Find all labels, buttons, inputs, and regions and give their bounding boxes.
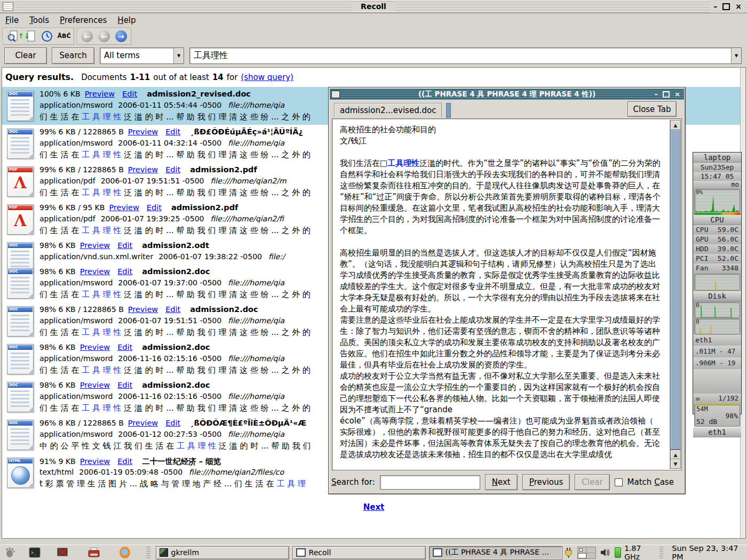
- print-typewriter-icon[interactable]: [88, 546, 100, 559]
- main-titlebar[interactable]: Recoll – ×: [0, 0, 747, 13]
- chevron-down-icon[interactable]: ▼: [731, 48, 741, 63]
- task-button[interactable]: gkrellm: [156, 546, 289, 559]
- preview-link[interactable]: Preview: [80, 267, 110, 276]
- minimize-icon[interactable]: –: [713, 2, 717, 11]
- history-clock-icon[interactable]: [39, 29, 54, 43]
- preview-maximize-icon[interactable]: [663, 91, 670, 98]
- window-menu-icon[interactable]: [3, 2, 13, 11]
- menu-tools[interactable]: Tools: [29, 15, 49, 25]
- close-tab-button[interactable]: Close Tab: [627, 101, 677, 117]
- sort-parameters-icon[interactable]: ↑↓: [22, 29, 37, 43]
- svg-text:>_: >_: [31, 550, 37, 555]
- result-meta: 99% 6 KB / 95 KB: [39, 203, 105, 212]
- doc-file-icon: DOC: [7, 91, 34, 121]
- edit-link[interactable]: Edit: [165, 305, 180, 314]
- preview-link[interactable]: Preview: [85, 90, 115, 98]
- document-paragraph: 我们生活在□工具理性泛滥的时代。作为“世之显学”的诸种以“事实”与“价值”的二分…: [340, 158, 663, 236]
- nav-forward-icon[interactable]: →: [114, 29, 129, 43]
- edit-link[interactable]: Edit: [117, 241, 132, 250]
- sensor-value: 56.0C: [718, 235, 738, 244]
- preview-window-menu-icon[interactable]: [331, 91, 340, 98]
- close-icon[interactable]: ×: [735, 2, 742, 11]
- result-url: file:///home/qian2/files/co: [189, 468, 284, 476]
- scrollbar-thumb[interactable]: [670, 130, 681, 450]
- gnome-menu-icon[interactable]: [3, 546, 15, 559]
- tray-handle[interactable]: [659, 547, 663, 558]
- nav-back-icon[interactable]: ←: [97, 29, 112, 43]
- chevron-down-icon[interactable]: ▼: [173, 48, 184, 63]
- preview-scrollbar[interactable]: ▲ ▲ ▼: [670, 120, 680, 469]
- find-previous-button[interactable]: Previous: [522, 474, 570, 490]
- edit-link[interactable]: Edit: [117, 343, 132, 351]
- search-mode-select[interactable]: All terms ▼: [100, 47, 184, 64]
- preview-link[interactable]: Preview: [128, 305, 158, 314]
- workspace-4[interactable]: [587, 553, 595, 558]
- taskbar-handle[interactable]: [146, 547, 150, 558]
- sensor-value: 59.0C: [718, 225, 738, 235]
- sensor-name: HDD: [696, 244, 708, 254]
- power-plug-icon[interactable]: [562, 546, 575, 559]
- result-url: file:///home/qia: [228, 139, 284, 147]
- terminal-icon[interactable]: >_: [28, 546, 41, 559]
- cpu-frequency-icon[interactable]: [615, 547, 621, 558]
- result-meta: 99% 6 KB / 1228865 B: [39, 127, 124, 136]
- show-query-link[interactable]: (show query): [241, 73, 293, 82]
- workspace-1[interactable]: [578, 547, 586, 553]
- scroll-up-icon[interactable]: ▲: [670, 120, 681, 130]
- firefox-icon[interactable]: [120, 547, 130, 558]
- workspace-3[interactable]: [578, 553, 586, 558]
- desktop: { "window": { "title": "Recoll", "minimi…: [0, 0, 747, 560]
- edit-link[interactable]: Edit: [117, 381, 132, 389]
- menu-file[interactable]: File: [5, 15, 19, 25]
- edit-link[interactable]: Edit: [165, 165, 180, 174]
- query-input[interactable]: 工具理性 ▼: [189, 47, 742, 64]
- preview-link[interactable]: Preview: [80, 381, 110, 389]
- match-case-checkbox[interactable]: [615, 478, 623, 486]
- task-button[interactable]: Recoll: [292, 546, 426, 559]
- preview-link[interactable]: Preview: [80, 241, 110, 250]
- term-explorer-icon[interactable]: ÅBĈ: [57, 29, 71, 43]
- nav-first-icon[interactable]: ←: [80, 29, 94, 43]
- preview-titlebar[interactable]: ((工 PHRASE 4 具 PHRASE 4 理 PHRASE 4 性)) –…: [330, 89, 684, 100]
- scroll-down-icon[interactable]: ▼: [670, 459, 681, 469]
- preview-document-view[interactable]: 高校招生的社会功能和目的文/钱江我们生活在□工具理性泛滥的时代。作为“世之显学”…: [332, 118, 682, 470]
- preview-link[interactable]: Preview: [80, 343, 110, 351]
- find-clear-button[interactable]: Clear: [575, 474, 609, 490]
- clear-button[interactable]: Clear: [4, 47, 47, 64]
- edit-link[interactable]: Edit: [165, 419, 180, 427]
- force-quit-icon[interactable]: [56, 546, 68, 559]
- workspace-pager[interactable]: [577, 547, 596, 559]
- edit-link[interactable]: Edit: [147, 203, 162, 212]
- find-input[interactable]: [380, 475, 480, 490]
- preview-link[interactable]: Preview: [109, 203, 139, 212]
- preview-minimize-icon[interactable]: –: [655, 90, 658, 98]
- volume-icon[interactable]: [599, 546, 611, 559]
- preview-link[interactable]: Preview: [80, 457, 110, 466]
- result-url: file:///home/qia: [228, 278, 284, 287]
- search-button[interactable]: Search: [52, 47, 94, 64]
- disk-title: Disk: [693, 291, 741, 301]
- find-next-button[interactable]: Next: [485, 474, 518, 490]
- next-page-link[interactable]: Next: [363, 502, 385, 512]
- menu-preferences[interactable]: Preferences: [60, 15, 107, 25]
- task-button[interactable]: ((工 PHRASE 4 具 PHRASE ...: [429, 546, 562, 559]
- workspace-2[interactable]: [587, 547, 595, 553]
- tab-document[interactable]: admission2...evised.doc: [334, 103, 442, 117]
- mail-row[interactable]: ✉ 1/192: [693, 394, 741, 403]
- edit-link[interactable]: Edit: [165, 127, 180, 136]
- result-url: file:///home/qia: [228, 392, 284, 401]
- sensor-name: GPU: [696, 235, 708, 244]
- gkrellm-monitor[interactable]: laptop Sun23Sep 15:47 05 mo 0% CPU CPU59…: [693, 152, 742, 414]
- preview-close-icon[interactable]: ×: [674, 90, 680, 98]
- result-meta: 98% 6 KB: [39, 267, 76, 276]
- preview-link[interactable]: Preview: [128, 127, 158, 136]
- edit-link[interactable]: Edit: [117, 457, 132, 466]
- preview-link[interactable]: Preview: [128, 165, 158, 174]
- pdf-file-icon: PDFΛ: [7, 166, 34, 197]
- edit-link[interactable]: Edit: [122, 90, 137, 98]
- maximize-icon[interactable]: [722, 3, 730, 10]
- menu-help[interactable]: Help: [117, 15, 136, 25]
- preview-link[interactable]: Preview: [128, 419, 158, 427]
- result-meta: 99% 6 KB / 1228865 B: [39, 165, 124, 174]
- edit-link[interactable]: Edit: [117, 267, 132, 276]
